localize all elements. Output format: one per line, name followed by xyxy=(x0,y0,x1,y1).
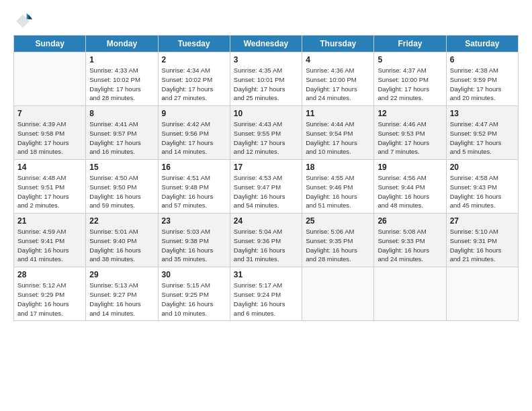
calendar-cell: 31Sunrise: 5:17 AMSunset: 9:24 PMDayligh… xyxy=(230,267,302,321)
calendar-header-saturday: Saturday xyxy=(446,36,518,52)
day-info: Sunrise: 4:59 AMSunset: 9:41 PMDaylight:… xyxy=(17,227,82,264)
day-info: Sunrise: 4:48 AMSunset: 9:51 PMDaylight:… xyxy=(17,173,82,210)
day-number: 28 xyxy=(17,270,82,279)
calendar-cell: 26Sunrise: 5:08 AMSunset: 9:33 PMDayligh… xyxy=(374,214,446,267)
calendar-week-row: 28Sunrise: 5:12 AMSunset: 9:29 PMDayligh… xyxy=(14,267,519,321)
day-info: Sunrise: 4:39 AMSunset: 9:58 PMDaylight:… xyxy=(17,120,82,156)
day-number: 21 xyxy=(17,216,82,226)
day-info: Sunrise: 5:12 AMSunset: 9:29 PMDaylight:… xyxy=(17,281,82,318)
day-number: 16 xyxy=(162,163,226,172)
calendar-cell: 18Sunrise: 4:55 AMSunset: 9:46 PMDayligh… xyxy=(302,160,374,214)
day-info: Sunrise: 5:15 AMSunset: 9:25 PMDaylight:… xyxy=(162,281,226,318)
calendar-cell: 22Sunrise: 5:01 AMSunset: 9:40 PMDayligh… xyxy=(86,214,158,267)
day-number: 26 xyxy=(378,216,442,226)
calendar-week-row: 7Sunrise: 4:39 AMSunset: 9:58 PMDaylight… xyxy=(14,106,519,160)
day-number: 18 xyxy=(306,163,370,172)
calendar-cell: 28Sunrise: 5:12 AMSunset: 9:29 PMDayligh… xyxy=(14,267,86,321)
day-number: 3 xyxy=(234,55,298,64)
calendar-cell: 21Sunrise: 4:59 AMSunset: 9:41 PMDayligh… xyxy=(14,214,86,267)
day-info: Sunrise: 4:41 AMSunset: 9:57 PMDaylight:… xyxy=(89,120,154,156)
calendar-header-monday: Monday xyxy=(86,36,158,52)
day-info: Sunrise: 5:10 AMSunset: 9:31 PMDaylight:… xyxy=(450,227,515,264)
day-info: Sunrise: 4:47 AMSunset: 9:52 PMDaylight:… xyxy=(450,120,515,156)
calendar-cell xyxy=(446,267,518,321)
day-number: 27 xyxy=(450,216,515,226)
day-number: 4 xyxy=(306,55,370,64)
calendar-cell: 14Sunrise: 4:48 AMSunset: 9:51 PMDayligh… xyxy=(14,160,86,214)
calendar-cell: 10Sunrise: 4:43 AMSunset: 9:55 PMDayligh… xyxy=(230,106,302,160)
calendar-cell: 13Sunrise: 4:47 AMSunset: 9:52 PMDayligh… xyxy=(446,106,518,160)
calendar: SundayMondayTuesdayWednesdayThursdayFrid… xyxy=(13,35,519,321)
calendar-cell: 1Sunrise: 4:33 AMSunset: 10:02 PMDayligh… xyxy=(86,52,158,106)
day-number: 10 xyxy=(234,109,298,118)
calendar-cell: 8Sunrise: 4:41 AMSunset: 9:57 PMDaylight… xyxy=(86,106,158,160)
calendar-week-row: 1Sunrise: 4:33 AMSunset: 10:02 PMDayligh… xyxy=(14,52,519,106)
day-number: 9 xyxy=(162,109,226,118)
calendar-cell: 30Sunrise: 5:15 AMSunset: 9:25 PMDayligh… xyxy=(158,267,230,321)
calendar-header-wednesday: Wednesday xyxy=(230,36,302,52)
calendar-week-row: 21Sunrise: 4:59 AMSunset: 9:41 PMDayligh… xyxy=(14,214,519,267)
day-number: 23 xyxy=(162,216,226,226)
day-info: Sunrise: 4:42 AMSunset: 9:56 PMDaylight:… xyxy=(162,120,226,156)
day-info: Sunrise: 4:34 AMSunset: 10:02 PMDaylight… xyxy=(162,66,226,103)
day-info: Sunrise: 5:17 AMSunset: 9:24 PMDaylight:… xyxy=(234,281,298,318)
day-info: Sunrise: 4:58 AMSunset: 9:43 PMDaylight:… xyxy=(450,173,515,210)
day-info: Sunrise: 5:08 AMSunset: 9:33 PMDaylight:… xyxy=(378,227,442,264)
calendar-cell: 2Sunrise: 4:34 AMSunset: 10:02 PMDayligh… xyxy=(158,52,230,106)
page: SundayMondayTuesdayWednesdayThursdayFrid… xyxy=(0,0,532,328)
day-number: 2 xyxy=(162,55,226,64)
calendar-cell: 29Sunrise: 5:13 AMSunset: 9:27 PMDayligh… xyxy=(86,267,158,321)
calendar-cell xyxy=(374,267,446,321)
day-info: Sunrise: 5:03 AMSunset: 9:38 PMDaylight:… xyxy=(162,227,226,264)
day-info: Sunrise: 5:13 AMSunset: 9:27 PMDaylight:… xyxy=(89,281,154,318)
day-info: Sunrise: 4:38 AMSunset: 9:59 PMDaylight:… xyxy=(450,66,515,103)
day-number: 1 xyxy=(89,55,154,64)
calendar-cell: 12Sunrise: 4:46 AMSunset: 9:53 PMDayligh… xyxy=(374,106,446,160)
day-info: Sunrise: 4:35 AMSunset: 10:01 PMDaylight… xyxy=(234,66,298,103)
day-number: 8 xyxy=(89,109,154,118)
logo-icon xyxy=(13,11,32,30)
calendar-cell: 15Sunrise: 4:50 AMSunset: 9:50 PMDayligh… xyxy=(86,160,158,214)
day-info: Sunrise: 4:33 AMSunset: 10:02 PMDaylight… xyxy=(89,66,154,103)
day-info: Sunrise: 4:44 AMSunset: 9:54 PMDaylight:… xyxy=(306,120,370,156)
day-info: Sunrise: 4:53 AMSunset: 9:47 PMDaylight:… xyxy=(234,173,298,210)
calendar-cell xyxy=(14,52,86,106)
calendar-header-friday: Friday xyxy=(374,36,446,52)
calendar-cell: 5Sunrise: 4:37 AMSunset: 10:00 PMDayligh… xyxy=(374,52,446,106)
calendar-cell: 25Sunrise: 5:06 AMSunset: 9:35 PMDayligh… xyxy=(302,214,374,267)
calendar-week-row: 14Sunrise: 4:48 AMSunset: 9:51 PMDayligh… xyxy=(14,160,519,214)
calendar-cell: 11Sunrise: 4:44 AMSunset: 9:54 PMDayligh… xyxy=(302,106,374,160)
day-number: 29 xyxy=(89,270,154,279)
day-number: 20 xyxy=(450,163,515,172)
day-info: Sunrise: 4:37 AMSunset: 10:00 PMDaylight… xyxy=(378,66,442,103)
day-info: Sunrise: 4:50 AMSunset: 9:50 PMDaylight:… xyxy=(89,173,154,210)
day-number: 24 xyxy=(234,216,298,226)
calendar-cell: 27Sunrise: 5:10 AMSunset: 9:31 PMDayligh… xyxy=(446,214,518,267)
calendar-cell: 4Sunrise: 4:36 AMSunset: 10:00 PMDayligh… xyxy=(302,52,374,106)
calendar-cell xyxy=(302,267,374,321)
calendar-cell: 9Sunrise: 4:42 AMSunset: 9:56 PMDaylight… xyxy=(158,106,230,160)
day-number: 7 xyxy=(17,109,82,118)
day-number: 31 xyxy=(234,270,298,279)
calendar-cell: 17Sunrise: 4:53 AMSunset: 9:47 PMDayligh… xyxy=(230,160,302,214)
calendar-cell: 20Sunrise: 4:58 AMSunset: 9:43 PMDayligh… xyxy=(446,160,518,214)
calendar-cell: 6Sunrise: 4:38 AMSunset: 9:59 PMDaylight… xyxy=(446,52,518,106)
day-number: 19 xyxy=(378,163,442,172)
calendar-cell: 7Sunrise: 4:39 AMSunset: 9:58 PMDaylight… xyxy=(14,106,86,160)
day-info: Sunrise: 5:01 AMSunset: 9:40 PMDaylight:… xyxy=(89,227,154,264)
day-number: 17 xyxy=(234,163,298,172)
day-number: 13 xyxy=(450,109,515,118)
day-number: 11 xyxy=(306,109,370,118)
header xyxy=(13,11,519,30)
day-number: 22 xyxy=(89,216,154,226)
day-number: 14 xyxy=(17,163,82,172)
calendar-cell: 23Sunrise: 5:03 AMSunset: 9:38 PMDayligh… xyxy=(158,214,230,267)
day-number: 5 xyxy=(378,55,442,64)
day-number: 30 xyxy=(162,270,226,279)
day-info: Sunrise: 4:46 AMSunset: 9:53 PMDaylight:… xyxy=(378,120,442,156)
logo xyxy=(13,11,35,30)
calendar-cell: 3Sunrise: 4:35 AMSunset: 10:01 PMDayligh… xyxy=(230,52,302,106)
day-info: Sunrise: 5:06 AMSunset: 9:35 PMDaylight:… xyxy=(306,227,370,264)
day-info: Sunrise: 4:55 AMSunset: 9:46 PMDaylight:… xyxy=(306,173,370,210)
calendar-header-tuesday: Tuesday xyxy=(158,36,230,52)
